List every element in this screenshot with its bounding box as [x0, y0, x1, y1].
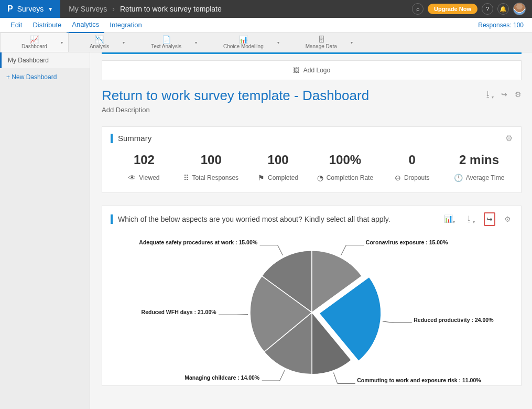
- page-title-actions: ⭳▾ ↪ ⚙: [484, 88, 522, 100]
- summary-value: 100: [178, 153, 245, 167]
- question-card: Which of the below aspects are you worri…: [102, 206, 522, 386]
- flag-icon: ⚑: [258, 174, 265, 182]
- add-logo-button[interactable]: 🖼 Add Logo: [102, 60, 522, 80]
- subnav-edit[interactable]: Edit: [5, 18, 27, 33]
- analysis-icon: 📉: [95, 36, 104, 43]
- summary-cell: 0⊖Dropouts: [378, 153, 446, 182]
- question-actions: 📊▾ ⭳▾ ↪ ⚙: [442, 212, 513, 226]
- bell-icon: 🔔: [500, 6, 507, 13]
- sidebar: My Dashboard + New Dashboard: [0, 52, 90, 409]
- download-button[interactable]: ⭳▾: [484, 90, 494, 100]
- settings-button[interactable]: ⚙: [503, 213, 513, 225]
- brand-label: Surveys: [17, 5, 44, 13]
- pie-slice-label: Commuting to work and exposure risk : 11…: [357, 377, 481, 383]
- toolrow: 📈 Dashboard ▾ 📉 Analysis ▾ 📄 Text Analys…: [0, 33, 532, 52]
- caret-down-icon: ▾: [277, 40, 279, 45]
- pie-slice-label: Adequate safety procedures at work : 15.…: [139, 239, 257, 245]
- summary-cell: 100⠿Total Responses: [178, 153, 245, 182]
- summary-cell: 100⚑Completed: [245, 153, 312, 182]
- tool-manage-data[interactable]: 🗄 Manage Data ▾: [285, 33, 358, 52]
- summary-cell: 102👁Viewed: [111, 153, 178, 182]
- breadcrumb-current: Return to work survey template: [120, 5, 222, 13]
- card-accent: [111, 214, 113, 224]
- brand-menu[interactable]: P Surveys ▼: [0, 0, 60, 18]
- accent-bar: [102, 52, 522, 54]
- tool-dashboard[interactable]: 📈 Dashboard ▾: [0, 33, 69, 52]
- page-description[interactable]: Add Description: [102, 106, 522, 114]
- summary-label: ⚑Completed: [245, 174, 312, 182]
- search-button[interactable]: ⌕: [412, 3, 424, 15]
- summary-value: 2 mins: [446, 153, 513, 167]
- page-title[interactable]: Return to work survey template - Dashboa…: [102, 88, 369, 104]
- choice-icon: 📊: [239, 36, 248, 43]
- summary-card: Summary ⚙ 102👁Viewed100⠿Total Responses1…: [102, 126, 522, 193]
- minus-icon: ⊖: [395, 174, 401, 182]
- caret-down-icon: ▾: [195, 40, 197, 45]
- caret-down-icon: ▾: [351, 40, 353, 45]
- summary-value: 100: [245, 153, 312, 167]
- summary-label: ◔Completion Rate: [311, 174, 378, 182]
- caret-down-icon: ▾: [123, 40, 125, 45]
- subnav-integration[interactable]: Integration: [104, 18, 147, 33]
- image-icon: 🖼: [293, 67, 299, 74]
- pie-chart: Adequate safety procedures at work : 15.…: [111, 230, 513, 382]
- main: 🖼 Add Logo Return to work survey templat…: [90, 52, 532, 409]
- summary-cell: 100%◔Completion Rate: [311, 153, 378, 182]
- settings-button[interactable]: ⚙: [515, 90, 522, 99]
- subnav: Edit Distribute Analytics Integration Re…: [0, 18, 532, 33]
- question-title: Which of the below aspects are you worri…: [118, 215, 390, 223]
- avatar[interactable]: [513, 3, 526, 15]
- summary-grid: 102👁Viewed100⠿Total Responses100⚑Complet…: [111, 153, 513, 182]
- pie-slice-label: Coronavirus exposure : 15.00%: [366, 239, 448, 245]
- topbar: P Surveys ▼ My Surveys › Return to work …: [0, 0, 532, 18]
- help-icon: ?: [486, 6, 489, 12]
- summary-label: 👁Viewed: [111, 174, 178, 182]
- summary-value: 102: [111, 153, 178, 167]
- pie-slice-label: Reduced productivity : 24.00%: [414, 317, 493, 323]
- chevron-right-icon: ›: [112, 5, 115, 13]
- tool-text-analysis[interactable]: 📄 Text Analysis ▾: [130, 33, 202, 52]
- upgrade-button[interactable]: Upgrade Now: [428, 4, 477, 14]
- responses-count[interactable]: Responses: 100: [478, 21, 527, 29]
- summary-label: ⠿Total Responses: [178, 174, 245, 182]
- summary-value: 100%: [311, 153, 378, 167]
- summary-label: 🕒Average Time: [446, 174, 513, 182]
- breadcrumb: My Surveys › Return to work survey templ…: [60, 5, 222, 13]
- topbar-actions: ⌕ Upgrade Now ? 🔔: [412, 3, 532, 15]
- share-button[interactable]: ↪: [484, 212, 495, 226]
- clock-icon: 🕒: [454, 174, 463, 182]
- chart-type-button[interactable]: 📊▾: [442, 213, 457, 226]
- dashboard-icon: 📈: [30, 36, 39, 43]
- text-analysis-icon: 📄: [162, 36, 171, 43]
- pie-slice-label: Managing childcare : 14.00%: [184, 374, 259, 381]
- summary-cell: 2 mins🕒Average Time: [446, 153, 513, 182]
- database-icon: 🗄: [318, 36, 325, 43]
- share-button[interactable]: ↪: [501, 90, 507, 99]
- add-logo-label: Add Logo: [303, 67, 330, 74]
- summary-settings-button[interactable]: ⚙: [505, 133, 513, 143]
- tool-analysis[interactable]: 📉 Analysis ▾: [69, 33, 130, 52]
- caret-down-icon: ▼: [48, 6, 53, 12]
- download-button[interactable]: ⭳▾: [464, 213, 476, 226]
- caret-down-icon: ▾: [61, 40, 63, 45]
- subnav-analytics[interactable]: Analytics: [67, 17, 104, 33]
- card-accent: [111, 134, 113, 143]
- subnav-distribute[interactable]: Distribute: [27, 18, 67, 33]
- help-button[interactable]: ?: [482, 3, 493, 15]
- summary-value: 0: [378, 153, 446, 167]
- summary-title: Summary: [118, 134, 151, 143]
- breadcrumb-root[interactable]: My Surveys: [69, 5, 107, 13]
- notifications-button[interactable]: 🔔: [497, 3, 509, 15]
- eye-icon: 👁: [128, 174, 136, 182]
- brand-logo-icon: P: [7, 4, 13, 14]
- sidebar-item-my-dashboard[interactable]: My Dashboard: [0, 52, 90, 68]
- sidebar-new-dashboard[interactable]: + New Dashboard: [0, 68, 90, 86]
- pie-slice-label: Reduced WFH days : 21.00%: [142, 309, 216, 315]
- search-icon: ⌕: [416, 6, 420, 12]
- gauge-icon: ◔: [317, 174, 323, 182]
- grid-icon: ⠿: [183, 174, 189, 182]
- summary-label: ⊖Dropouts: [378, 174, 446, 182]
- tool-choice-modelling[interactable]: 📊 Choice Modelling ▾: [202, 33, 285, 52]
